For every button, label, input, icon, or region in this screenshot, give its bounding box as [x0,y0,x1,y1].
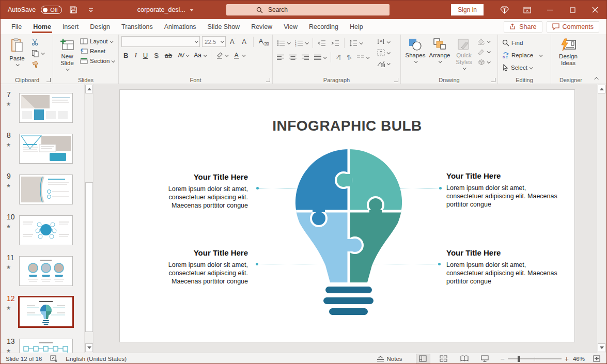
close-icon[interactable] [584,1,606,19]
increase-font-size-button[interactable]: Aˆ [228,37,238,46]
font-size-select[interactable]: 22.5 [202,36,226,47]
align-right-button[interactable] [300,53,310,61]
slideshow-view-button[interactable] [478,354,492,364]
text-highlight-button[interactable] [214,51,229,60]
tab-insert[interactable]: Insert [57,20,84,33]
copy-dropdown-icon[interactable] [41,51,45,55]
share-button[interactable]: Share [504,21,542,33]
accessibility-check-icon[interactable] [46,353,61,364]
new-slide-dropdown-icon[interactable] [66,67,69,71]
change-case-button[interactable]: Aa [192,51,208,60]
align-left-button[interactable] [275,53,286,61]
rtl-text-direction-button[interactable]: ¶‹ [345,54,354,61]
scroll-down-icon[interactable] [598,343,605,352]
search-input[interactable]: Search [226,4,390,15]
tab-file[interactable]: File [6,20,27,33]
shapes-button[interactable]: Shapes [403,36,427,64]
minimize-icon[interactable] [538,1,561,19]
scroll-down-icon[interactable] [85,343,93,352]
block-body[interactable]: Lorem ipsum dolor sit amet, consectetuer… [138,185,248,210]
maximize-icon[interactable] [561,1,584,19]
justify-button[interactable] [313,53,328,61]
convert-to-smartart-button[interactable] [376,59,391,68]
thumbnail-slide-11[interactable] [19,256,73,286]
text-block-bottom-left[interactable]: Your Title Here Lorem ipsum dolor sit am… [138,248,248,286]
autosave-toggle[interactable]: Off [41,6,61,14]
tab-design[interactable]: Design [84,20,116,33]
decrease-font-size-button[interactable]: Aˇ [240,37,250,46]
paragraph-dialog-launcher[interactable] [394,78,398,82]
zoom-slider-thumb[interactable] [518,356,520,362]
replace-button[interactable]: bc Replace [501,51,543,60]
tab-help[interactable]: Help [344,20,369,33]
font-dialog-launcher[interactable] [266,78,270,82]
character-spacing-button[interactable]: AV [176,51,190,59]
layout-dropdown-icon[interactable] [110,39,113,43]
tab-animations[interactable]: Animations [159,20,202,33]
quick-styles-button[interactable]: Quick Styles [452,36,476,71]
zoom-out-button[interactable]: − [501,355,505,363]
ribbon-display-options-icon[interactable] [516,1,538,19]
thumbnail-slide-10[interactable] [19,215,73,245]
reading-view-button[interactable] [457,354,472,364]
decrease-indent-button[interactable] [316,39,328,48]
block-title[interactable]: Your Title Here [446,248,559,257]
thumbnail-slide-8[interactable] [19,134,73,164]
block-title[interactable]: Your Title Here [138,248,248,257]
tab-view[interactable]: View [278,20,303,33]
drawing-dialog-launcher[interactable] [491,78,495,82]
thumbnail-scrollbar[interactable] [84,84,93,353]
paste-dropdown-icon[interactable] [15,62,19,66]
zoom-level[interactable]: 46% [569,353,589,364]
customize-quick-access-icon[interactable] [85,4,97,16]
find-button[interactable]: Find [501,38,543,48]
ltr-text-direction-button[interactable]: ›¶ [334,54,343,61]
document-title[interactable]: corporate_desi... [137,6,194,13]
italic-button[interactable]: I [132,51,138,60]
underline-button[interactable]: U [141,51,150,60]
zoom-in-button[interactable]: + [565,355,569,363]
scroll-up-icon[interactable] [85,85,93,93]
sign-in-button[interactable]: Sign in [451,4,484,15]
block-body[interactable]: Lorem ipsum dolor sit amet, consectetuer… [138,261,248,286]
clipboard-dialog-launcher[interactable] [46,78,51,82]
save-icon[interactable] [67,4,80,16]
puzzle-piece-top-right[interactable] [349,149,421,211]
block-body[interactable]: Lorem ipsum dolor sit amet, consectetuer… [446,261,559,286]
normal-view-button[interactable] [416,354,430,364]
zoom-slider[interactable] [508,358,562,359]
layout-button[interactable]: Layout [79,37,116,45]
text-shadow-button[interactable]: S [152,51,161,60]
tab-transitions[interactable]: Transitions [116,20,159,33]
align-center-button[interactable] [288,53,298,61]
font-name-select[interactable] [121,36,200,47]
thumbnail-slide-9[interactable] [19,175,73,204]
thumbnail-slide-7[interactable] [19,93,73,123]
comments-button[interactable]: Comments [547,21,599,33]
tab-slide-show[interactable]: Slide Show [202,20,246,33]
tab-review[interactable]: Review [245,20,278,33]
align-text-button[interactable] [376,48,391,57]
numbering-button[interactable]: 123 [293,39,309,48]
strikethrough-button[interactable]: ab [163,51,174,60]
language-indicator[interactable]: English (United States) [61,353,131,364]
scroll-up-icon[interactable] [598,85,605,93]
fit-slide-to-window-button[interactable] [589,353,606,364]
tab-recording[interactable]: Recording [303,20,344,33]
bullets-button[interactable] [275,39,291,48]
paste-button[interactable]: Paste [4,36,30,67]
slide-counter[interactable]: Slide 12 of 16 [1,353,46,364]
reset-button[interactable]: Reset [79,47,116,55]
thumbnail-slide-12[interactable] [18,296,74,328]
tab-home[interactable]: Home [27,20,57,33]
cut-button[interactable] [30,37,45,47]
text-block-bottom-right[interactable]: Your Title Here Lorem ipsum dolor sit am… [446,248,559,286]
slide-sorter-view-button[interactable] [437,354,451,364]
slide-canvas[interactable]: INFOGRAPHIC BULB Your Title Here Lorem i… [119,89,575,342]
design-ideas-button[interactable]: Design Ideas [554,36,583,68]
text-block-top-right[interactable]: Your Title Here Lorem ipsum dolor sit am… [446,171,559,209]
block-body[interactable]: Lorem ipsum dolor sit amet, consectetuer… [446,184,559,209]
line-spacing-button[interactable] [348,39,364,48]
premium-diamond-icon[interactable] [493,1,516,19]
shape-outline-button[interactable] [476,48,491,56]
